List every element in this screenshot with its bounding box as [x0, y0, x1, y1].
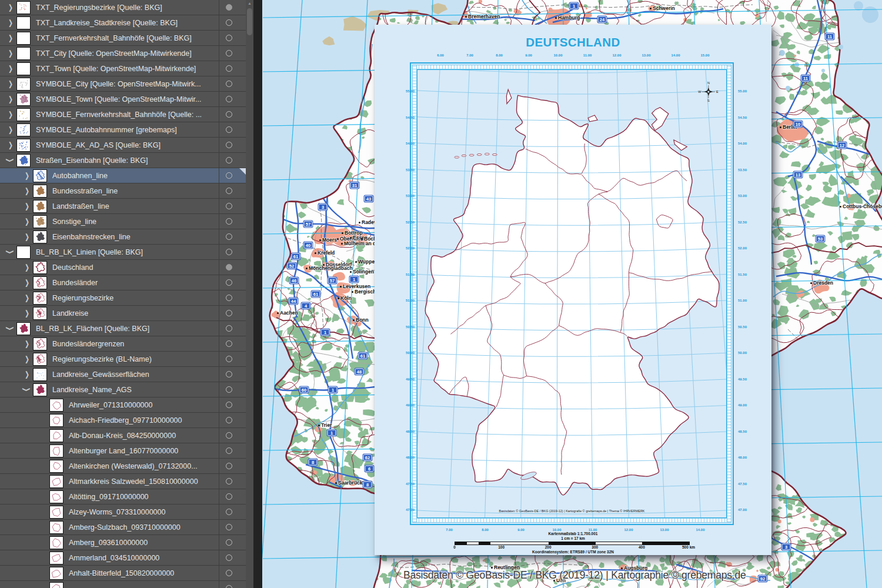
layer-thumbnail[interactable] — [33, 353, 47, 366]
layer-target-circle[interactable] — [226, 233, 232, 240]
layer-row[interactable]: ❯TXT_Landkreise_Stadtkreise [Quelle: BKG… — [0, 15, 246, 31]
layer-thumbnail[interactable] — [16, 322, 31, 335]
layer-row[interactable]: ❯Ahrweiler_071310000000 — [0, 397, 246, 413]
expand-chevron-icon[interactable]: ❯ — [5, 125, 16, 134]
layer-row[interactable]: ❯Ammerland_034510000000 — [0, 550, 246, 566]
expand-chevron-icon[interactable]: ❯ — [5, 95, 16, 103]
layer-row[interactable]: ❯SYMBOLE_Fernverkehrshalt_Bahnhöfe [Quel… — [0, 107, 246, 122]
layer-row[interactable]: ❯TXT_Town [Quelle: OpenStreetMap-Mitwirk… — [0, 61, 246, 76]
layer-target-circle[interactable] — [226, 279, 232, 286]
layer-thumbnail[interactable] — [33, 185, 47, 198]
layer-target-circle[interactable] — [226, 188, 232, 194]
layer-target-circle[interactable] — [226, 157, 232, 163]
layer-target-circle[interactable] — [226, 203, 232, 209]
layer-row[interactable]: ❯Straßen_Eisenbahn [Quelle: BKG] — [0, 153, 246, 168]
layer-thumbnail[interactable] — [33, 230, 47, 243]
layer-thumbnail[interactable] — [33, 292, 47, 305]
layer-row[interactable]: ❯BL_RB_LK_Linien [Quelle: BKG] — [0, 245, 246, 260]
collapse-chevron-icon[interactable]: ❯ — [23, 384, 32, 396]
layer-thumbnail[interactable] — [49, 567, 64, 580]
expand-chevron-icon[interactable]: ❯ — [5, 79, 16, 88]
layer-thumbnail[interactable] — [33, 338, 47, 350]
layer-thumbnail[interactable] — [49, 582, 64, 588]
layer-thumbnail[interactable] — [16, 123, 31, 136]
layer-target-circle[interactable] — [226, 172, 232, 179]
layer-thumbnail[interactable] — [49, 536, 64, 549]
layer-thumbnail[interactable] — [49, 475, 64, 488]
expand-chevron-icon[interactable]: ❯ — [21, 217, 33, 226]
expand-chevron-icon[interactable]: ❯ — [21, 339, 33, 348]
layer-row[interactable]: ❯Alzey-Worms_073310000000 — [0, 505, 246, 520]
layer-thumbnail[interactable] — [49, 414, 64, 427]
layer-thumbnail[interactable] — [16, 16, 31, 29]
layer-thumbnail[interactable] — [16, 154, 31, 167]
layer-target-circle[interactable] — [226, 65, 232, 72]
layer-thumbnail[interactable] — [16, 1, 31, 14]
layer-row[interactable]: ❯Anhalt-Bitterfeld_150820000000 — [0, 566, 246, 581]
layer-target-circle[interactable] — [226, 493, 232, 500]
layer-thumbnail[interactable] — [33, 383, 47, 396]
expand-chevron-icon[interactable]: ❯ — [21, 278, 33, 287]
expand-chevron-icon[interactable]: ❯ — [5, 3, 16, 12]
layer-row[interactable]: ❯Regierungsbezirke — [0, 290, 246, 306]
layer-target-circle[interactable] — [226, 126, 232, 133]
layer-target-circle[interactable] — [226, 142, 232, 148]
expand-chevron-icon[interactable]: ❯ — [21, 293, 33, 302]
layer-row[interactable]: ❯SYMBOLE_Autobahnnummer [grebemaps] — [0, 122, 246, 138]
layer-target-circle[interactable] — [226, 325, 232, 332]
layer-thumbnail[interactable] — [16, 108, 31, 121]
layer-thumbnail[interactable] — [33, 368, 47, 381]
layer-thumbnail[interactable] — [33, 307, 47, 320]
layer-target-circle[interactable] — [226, 509, 232, 515]
layer-thumbnail[interactable] — [16, 32, 31, 45]
layer-target-circle[interactable] — [226, 111, 232, 118]
layer-target-circle[interactable] — [226, 50, 232, 56]
collapse-chevron-icon[interactable]: ❯ — [6, 155, 15, 166]
layer-row[interactable]: ❯Landkreise — [0, 306, 246, 321]
expand-chevron-icon[interactable]: ❯ — [21, 202, 33, 211]
layer-thumbnail[interactable] — [33, 169, 47, 182]
expand-chevron-icon[interactable]: ❯ — [21, 309, 33, 318]
layer-target-circle[interactable] — [226, 432, 232, 439]
layer-row[interactable]: ❯SYMBOLE_AK_AD_AS [Quelle: BKG] — [0, 138, 246, 153]
layer-thumbnail[interactable] — [33, 276, 47, 289]
layer-target-circle[interactable] — [226, 4, 232, 11]
layer-target-circle[interactable] — [226, 570, 232, 576]
layer-row[interactable]: ❯Altmarkkreis Salzwedel_150810000000 — [0, 474, 246, 489]
layer-thumbnail[interactable] — [49, 506, 64, 519]
expand-chevron-icon[interactable]: ❯ — [5, 110, 16, 119]
layer-target-circle[interactable] — [226, 463, 232, 469]
layer-target-circle[interactable] — [226, 386, 232, 393]
layer-thumbnail[interactable] — [49, 429, 64, 442]
layer-row[interactable]: ❯TXT_City [Quelle: OpenStreetMap-Mitwirk… — [0, 46, 246, 61]
expand-chevron-icon[interactable]: ❯ — [21, 232, 33, 241]
layer-target-circle[interactable] — [226, 19, 232, 26]
layer-thumbnail[interactable] — [49, 521, 64, 534]
layer-target-circle[interactable] — [226, 249, 232, 255]
layer-thumbnail[interactable] — [49, 399, 64, 412]
collapse-chevron-icon[interactable]: ❯ — [6, 323, 15, 335]
layer-row[interactable]: ❯Altenburger Land_160770000000 — [0, 443, 246, 459]
layer-target-circle[interactable] — [226, 295, 232, 301]
layer-thumbnail[interactable] — [33, 215, 47, 228]
layer-row[interactable]: ❯Amberg_093610000000 — [0, 535, 246, 550]
collapse-chevron-icon[interactable]: ❯ — [6, 246, 15, 258]
layer-row[interactable]: ❯Landkreise_Gewässerflächen — [0, 367, 246, 382]
layer-thumbnail[interactable] — [16, 47, 31, 60]
layer-row[interactable]: ❯Landstraßen_line — [0, 199, 246, 214]
layer-target-circle[interactable] — [226, 585, 232, 588]
expand-chevron-icon[interactable]: ❯ — [21, 263, 33, 272]
expand-chevron-icon[interactable]: ❯ — [21, 370, 33, 379]
layer-row[interactable]: ❯SYMBOLE_City [Quelle: OpenStreetMap-Mit… — [0, 76, 246, 92]
layer-target-circle[interactable] — [226, 340, 232, 347]
layer-target-circle[interactable] — [226, 539, 232, 546]
expand-chevron-icon[interactable]: ❯ — [5, 34, 16, 42]
layer-row[interactable]: ❯Bundesländergrenzen — [0, 336, 246, 352]
expand-chevron-icon[interactable]: ❯ — [5, 18, 16, 27]
layer-target-circle[interactable] — [226, 402, 232, 408]
layer-row[interactable]: ❯TXT_Regierungsbezirke [Quelle: BKG] — [0, 0, 246, 15]
layer-thumbnail[interactable] — [16, 62, 31, 75]
layer-row[interactable]: ❯Amberg-Sulzbach_093710000000 — [0, 520, 246, 535]
layer-thumbnail[interactable] — [16, 93, 31, 106]
scrollbar-thumb[interactable] — [247, 8, 252, 35]
